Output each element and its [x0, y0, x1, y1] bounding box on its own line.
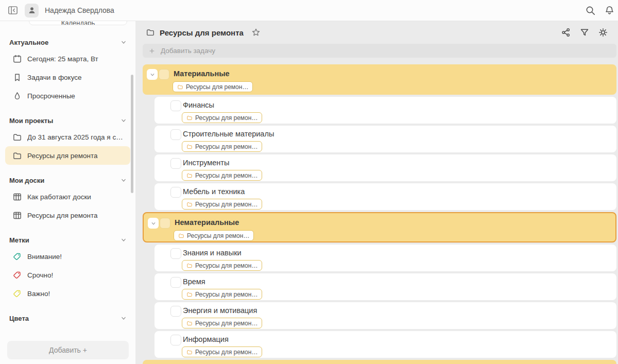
sidebar-item[interactable]: Ресурсы для ремонта: [5, 146, 130, 165]
project-header: Ресурсы для ремонта: [143, 21, 616, 44]
sidebar-section-header[interactable]: Метки: [7, 233, 129, 247]
add-task-input[interactable]: Добавить задачу: [143, 44, 616, 58]
task-title: Время: [183, 278, 205, 286]
task-row[interactable]: Энергия и мотивацияРесурсы для ремон…: [154, 302, 616, 329]
board-icon: [12, 192, 22, 202]
task-row[interactable]: ФинансыРесурсы для ремон…: [154, 97, 616, 124]
sidebar-section-header[interactable]: Актуальное: [7, 35, 129, 49]
folder-icon: [186, 349, 193, 355]
sidebar-item[interactable]: Срочно!: [5, 266, 130, 284]
task-row[interactable]: Знания и навыкиРесурсы для ремон…: [154, 245, 616, 271]
task-title: Энергия и мотивация: [183, 306, 257, 315]
sidebar-item[interactable]: Просроченные: [5, 86, 130, 105]
sidebar-item[interactable]: Сегодня: 25 марта, Вт: [5, 49, 130, 68]
task-row[interactable]: Мебель и техникаРесурсы для ремон…: [154, 183, 616, 210]
tag-icon: [12, 289, 22, 299]
sidebar-item-label: Сегодня: 25 марта, Вт: [27, 55, 98, 63]
task-list: МатериальныеРесурсы для ремон…ФинансыРес…: [143, 64, 616, 364]
main-panel: Ресурсы для ремонта Добавить задачу Мате…: [135, 21, 618, 364]
project-tag-chip[interactable]: Ресурсы для ремон…: [182, 170, 262, 181]
task-checkbox[interactable]: [170, 129, 181, 140]
project-tag-chip[interactable]: Ресурсы для ремон…: [182, 318, 262, 328]
task-checkbox[interactable]: [170, 100, 181, 111]
gear-icon[interactable]: [598, 27, 608, 38]
chip-label: Ресурсы для ремон…: [195, 291, 258, 298]
folder-icon: [177, 84, 183, 90]
chip-label: Ресурсы для ремон…: [195, 172, 258, 179]
user-name: Надежда Свердлова: [45, 6, 114, 14]
sidebar-item[interactable]: Важно!: [5, 284, 130, 303]
sidebar-section-header[interactable]: Мои проекты: [7, 113, 129, 128]
sidebar-item-label: Как работают доски: [27, 193, 91, 201]
star-icon[interactable]: [251, 28, 261, 37]
sidebar-item[interactable]: До 31 августа 2025 года я сдел…: [5, 128, 130, 146]
collapse-group-icon[interactable]: [148, 218, 159, 229]
sidebar-item[interactable]: Задачи в фокусе: [5, 68, 130, 86]
sidebar-section-header[interactable]: Цвета: [7, 311, 129, 325]
add-project-button[interactable]: Добавить +: [7, 341, 129, 359]
folder-icon: [186, 201, 193, 207]
sidebar-item[interactable]: Внимание!: [5, 247, 130, 266]
chevron-down-icon[interactable]: [119, 38, 128, 46]
section-label: Метки: [9, 236, 29, 244]
task-row[interactable]: ИнформацияРесурсы для ремон…: [154, 331, 616, 358]
task-group-row[interactable]: МатериальныеРесурсы для ремон…: [143, 64, 616, 95]
sidebar-item-label: Просроченные: [27, 92, 75, 100]
sidebar-item[interactable]: Ресурсы для ремонта: [5, 206, 130, 224]
task-row[interactable]: Строительные материалыРесурсы для ремон…: [154, 126, 616, 152]
chevron-down-icon[interactable]: [119, 116, 128, 125]
task-group-row[interactable]: [143, 360, 616, 364]
sidebar-item-label: Ресурсы для ремонта: [27, 152, 98, 160]
project-tag-chip[interactable]: Ресурсы для ремон…: [182, 199, 262, 210]
chip-label: Ресурсы для ремон…: [195, 349, 258, 356]
search-icon[interactable]: [585, 5, 596, 16]
task-group-row[interactable]: НематериальныеРесурсы для ремон…: [143, 212, 616, 242]
folder-icon: [178, 233, 184, 239]
project-tag-chip[interactable]: Ресурсы для ремон…: [182, 346, 262, 357]
project-tag-chip[interactable]: Ресурсы для ремон…: [174, 230, 254, 241]
share-icon[interactable]: [561, 27, 571, 38]
plus-icon: [148, 47, 156, 55]
sidebar-item-label: До 31 августа 2025 года я сдел…: [27, 133, 125, 141]
project-tag-chip[interactable]: Ресурсы для ремон…: [182, 289, 262, 300]
project-tag-chip[interactable]: Ресурсы для ремон…: [182, 260, 262, 271]
project-tag-chip[interactable]: Ресурсы для ремон…: [173, 81, 253, 92]
folder-icon: [12, 132, 22, 142]
task-row[interactable]: ВремяРесурсы для ремон…: [154, 273, 616, 300]
avatar[interactable]: [25, 4, 39, 18]
task-checkbox[interactable]: [170, 187, 181, 198]
chip-label: Ресурсы для ремон…: [195, 320, 258, 327]
chevron-down-icon[interactable]: [119, 236, 128, 244]
task-title: Знания и навыки: [183, 249, 242, 257]
bell-icon[interactable]: [604, 5, 615, 16]
task-title: Нематериальные: [175, 218, 239, 227]
collapse-sidebar-icon[interactable]: [7, 5, 19, 16]
task-title: Мебель и техника: [183, 187, 245, 196]
section-label: Мои доски: [9, 177, 44, 184]
section-label: Мои проекты: [9, 117, 53, 125]
task-checkbox[interactable]: [160, 218, 170, 229]
chevron-down-icon[interactable]: [119, 314, 128, 322]
chip-label: Ресурсы для ремон…: [195, 201, 258, 208]
sidebar-item[interactable]: Как работают доски: [5, 187, 130, 206]
folder-icon: [12, 151, 22, 161]
task-checkbox[interactable]: [170, 158, 181, 169]
sidebar-item-label: Ресурсы для ремонта: [27, 212, 98, 219]
project-tag-chip[interactable]: Ресурсы для ремон…: [182, 141, 262, 152]
filter-icon[interactable]: [579, 27, 590, 38]
task-checkbox[interactable]: [170, 306, 181, 317]
chevron-down-icon[interactable]: [119, 176, 128, 184]
task-checkbox[interactable]: [170, 277, 181, 288]
sidebar-section-header[interactable]: Мои доски: [7, 173, 129, 187]
task-row[interactable]: ИнструментыРесурсы для ремон…: [154, 154, 616, 181]
sidebar-scrollbar[interactable]: [131, 75, 133, 193]
chip-label: Ресурсы для ремон…: [187, 232, 249, 239]
project-tag-chip[interactable]: Ресурсы для ремон…: [182, 112, 262, 123]
task-checkbox[interactable]: [159, 69, 169, 80]
task-title: Информация: [183, 335, 229, 343]
tag-icon: [12, 252, 22, 262]
collapse-group-icon[interactable]: [147, 69, 158, 80]
task-checkbox[interactable]: [170, 248, 181, 259]
task-checkbox[interactable]: [170, 335, 181, 345]
tag-icon: [12, 270, 22, 280]
